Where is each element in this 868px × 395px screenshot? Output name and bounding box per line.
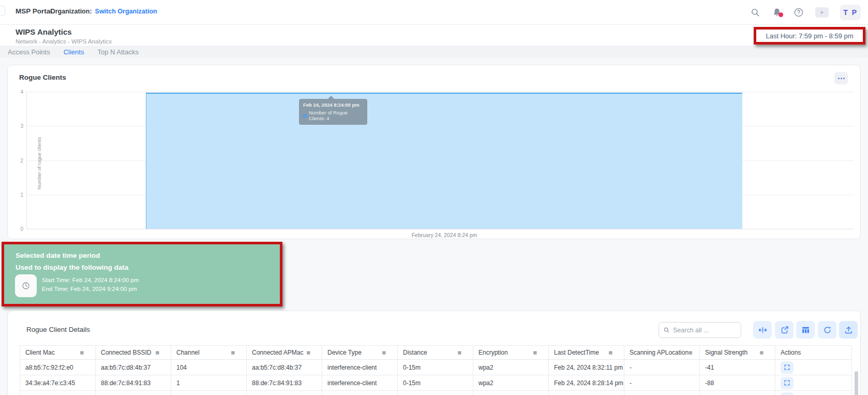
rogue-clients-area-series[interactable] — [146, 93, 742, 229]
details-title: Rogue Client Details — [26, 326, 90, 333]
user-avatar[interactable]: T P — [840, 5, 861, 20]
topbar-icons: T P — [750, 0, 861, 25]
col-last-detecttime: Last DetectTime — [554, 349, 599, 356]
table-scrollbar[interactable] — [855, 371, 858, 395]
column-menu-icon[interactable]: ≡ — [457, 349, 461, 356]
column-menu-icon[interactable]: ≡ — [306, 349, 310, 356]
manage-columns-button[interactable] — [796, 321, 815, 339]
callout-end-time: End Time: Feb 24, 2024 9:24:00 pm — [42, 286, 137, 292]
export-button[interactable] — [839, 321, 858, 339]
cell-client-mac: 34:3e:a4:7e:c3:45 — [20, 375, 96, 391]
tab-top-n-attacks[interactable]: Top N Attacks — [97, 48, 138, 56]
refresh-button[interactable] — [818, 321, 836, 339]
cell-distance: 0-15m — [398, 375, 473, 391]
app-title: MSP Portal — [16, 7, 52, 15]
topbar: MSP Portal Organization:Switch Organizat… — [0, 0, 868, 25]
col-scanning-aplocation: Scanning APLocation — [630, 349, 689, 356]
column-menu-icon[interactable]: ≡ — [155, 349, 159, 356]
column-menu-icon[interactable]: ≡ — [382, 349, 386, 356]
y-axis-label: Number of rogue clients — [36, 137, 42, 189]
column-menu-icon[interactable]: ≡ — [231, 349, 235, 356]
y-tick-4: 4 — [20, 89, 23, 95]
rogue-clients-table: Client Mac≡ Connected BSSID≡ Channel≡ Co… — [20, 345, 852, 395]
table-header-row: Client Mac≡ Connected BSSID≡ Channel≡ Co… — [20, 346, 852, 360]
col-actions: Actions — [781, 349, 801, 356]
col-encryption: Encryption — [478, 349, 508, 356]
cell-scanning-aplocation: - — [624, 391, 700, 395]
table-search[interactable] — [659, 322, 741, 338]
col-signal-strength: Signal Strength — [705, 349, 747, 356]
cell-signal-strength: -41 — [700, 360, 775, 375]
col-connected-bssid: Connected BSSID — [101, 349, 151, 356]
walkthrough-play-icon[interactable] — [815, 7, 829, 18]
y-tick-3: 3 — [20, 123, 23, 129]
help-icon[interactable] — [794, 7, 804, 18]
cell-scanning-aplocation: - — [624, 375, 700, 391]
cell-encryption: wpa2 — [473, 360, 549, 375]
cell-connected-bssid: 88:de:7c:84:91:83 — [96, 375, 171, 391]
expand-row-button[interactable] — [781, 361, 794, 374]
tab-clients[interactable]: Clients — [64, 48, 84, 56]
refresh-icon — [823, 326, 832, 334]
table-row[interactable]: a8:b5:7c:92:f2:e0 aa:b5:7c:d8:4b:37 104 … — [20, 360, 852, 375]
time-range-label: Last Hour: 7:59 pm - 8:59 pm — [766, 32, 853, 40]
tab-bar: Access Points Clients Top N Attacks — [0, 46, 868, 58]
y-tick-2: 2 — [20, 157, 23, 163]
selected-period-callout: Selected date time period Used to displa… — [2, 242, 282, 306]
x-axis-tick-label: February 24, 2024 8:24 pm — [412, 232, 477, 238]
expand-row-button[interactable] — [781, 392, 794, 395]
organization-link[interactable]: Switch Organization — [95, 8, 157, 15]
page-header: WIPS Analytics Network - Analytics - WIP… — [0, 25, 868, 46]
expand-corners-icon — [784, 364, 790, 371]
cell-distance: 0-15m — [398, 360, 473, 375]
breadcrumb: Network - Analytics - WIPS Analytics — [16, 38, 112, 45]
cell-device-type: interference-client — [322, 360, 398, 375]
table-row[interactable]: f9:d1:b0:43:cf:cf ff:ff:ff:ff:ff:ff 0 ff… — [20, 391, 852, 395]
organization-label: Organization: — [50, 8, 92, 15]
chart-more-options-icon[interactable] — [834, 72, 848, 84]
col-connected-apmac: Connected APMac — [252, 349, 303, 356]
table-row[interactable]: 34:3e:a4:7e:c3:45 88:de:7c:84:91:83 1 88… — [20, 375, 852, 391]
cell-last-detecttime: Feb 24, 2024 8:25:52 pm — [549, 391, 624, 395]
edit-icon — [780, 326, 789, 334]
time-range-selector[interactable]: Last Hour: 7:59 pm - 8:59 pm — [754, 27, 865, 45]
cell-connected-apmac: aa:b5:7c:d8:4b:37 — [247, 360, 322, 375]
chart-title: Rogue Clients — [19, 74, 66, 81]
page-title: WIPS Analytics — [16, 27, 72, 36]
notifications-bell-icon[interactable] — [772, 7, 782, 18]
cell-device-type: interference-client — [322, 391, 398, 395]
column-menu-icon[interactable]: ≡ — [689, 349, 693, 356]
fit-columns-button[interactable] — [753, 321, 772, 339]
chart-tooltip: Feb 24, 2024 8:24:00 pm Number of Rogue … — [299, 99, 367, 125]
column-menu-icon[interactable]: ≡ — [80, 349, 84, 356]
rogue-clients-chart[interactable]: Number of rogue clients 4 3 2 1 0 Feb 24… — [26, 92, 854, 229]
column-menu-icon[interactable]: ≡ — [608, 349, 612, 356]
column-menu-icon[interactable]: ≡ — [759, 349, 764, 356]
expand-corners-icon — [784, 379, 790, 386]
notification-badge — [779, 12, 783, 17]
content-area: Rogue Clients Number of rogue clients 4 … — [0, 58, 868, 395]
cell-encryption: wpa2 — [473, 375, 549, 391]
series-color-swatch — [303, 114, 307, 118]
tooltip-timestamp: Feb 24, 2024 8:24:00 pm — [303, 102, 363, 108]
edit-table-button[interactable] — [775, 321, 794, 339]
tab-access-points[interactable]: Access Points — [8, 48, 50, 56]
upload-icon — [844, 326, 853, 334]
column-menu-icon[interactable]: ≡ — [533, 349, 537, 356]
col-client-mac: Client Mac — [25, 349, 55, 356]
cell-distance: 0-15m — [398, 391, 473, 395]
organization-switcher: Organization:Switch Organization — [50, 8, 157, 15]
search-input[interactable] — [673, 327, 737, 334]
y-tick-1: 1 — [20, 192, 23, 197]
cell-client-mac: f9:d1:b0:43:cf:cf — [20, 391, 96, 395]
search-icon[interactable] — [750, 7, 760, 18]
expand-row-button[interactable] — [781, 377, 794, 389]
cell-scanning-aplocation: - — [624, 360, 700, 375]
cell-client-mac: a8:b5:7c:92:f2:e0 — [20, 360, 96, 375]
callout-subtitle: Used to display the following data — [16, 264, 128, 271]
callout-title: Selected date time period — [16, 252, 100, 259]
tooltip-value: Number of Rogue Clients: 4 — [309, 110, 363, 121]
sidebar-toggle[interactable] — [0, 6, 5, 16]
cell-channel: 104 — [171, 360, 247, 375]
col-channel: Channel — [176, 349, 200, 356]
